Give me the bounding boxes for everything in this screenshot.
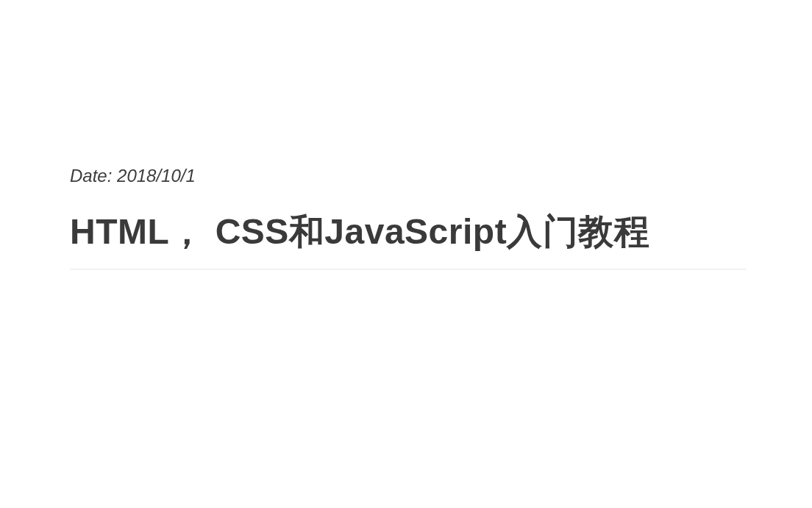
page-title: HTML， CSS和JavaScript入门教程	[70, 208, 747, 269]
document-header: Date: 2018/10/1 HTML， CSS和JavaScript入门教程	[70, 166, 747, 269]
date-text: Date: 2018/10/1	[70, 166, 747, 186]
